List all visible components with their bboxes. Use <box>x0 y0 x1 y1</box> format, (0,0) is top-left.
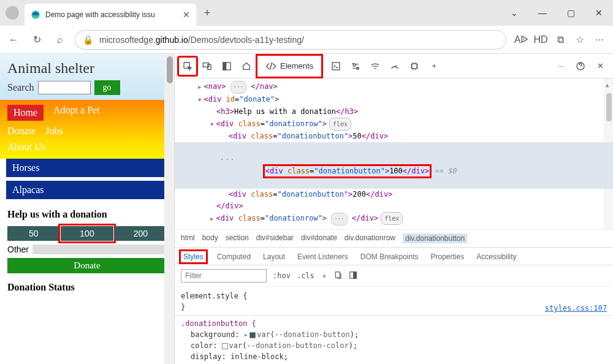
hov-toggle[interactable]: :hov <box>273 271 291 280</box>
nav-about[interactable]: About Us <box>7 142 45 153</box>
animal-item-alpacas[interactable]: Alpacas <box>6 181 168 199</box>
code-icon <box>265 61 276 72</box>
sources-tab-icon[interactable] <box>346 57 365 75</box>
donation-heading: Help us with a donation <box>7 209 167 220</box>
window-minimize-button[interactable]: — <box>528 0 557 26</box>
nav-donate[interactable]: Donate <box>7 126 36 137</box>
inspect-element-button[interactable] <box>178 57 197 75</box>
back-button[interactable]: ← <box>5 31 22 48</box>
donation-other-input[interactable] <box>32 245 167 254</box>
performance-tab-icon[interactable] <box>386 57 404 75</box>
collections-icon[interactable]: ⧉ <box>552 31 569 48</box>
tab-properties[interactable]: Properties <box>431 252 465 261</box>
donation-status-heading: Donation Status <box>7 282 167 293</box>
new-style-rule-icon[interactable]: ＋ <box>321 271 328 281</box>
tab-event-listeners[interactable]: Event Listeners <box>297 252 348 261</box>
page-title: Animal shelter <box>7 60 167 77</box>
tab-title: Demo page with accessibility issu <box>45 10 178 19</box>
favorite-star-icon[interactable]: ☆ <box>571 31 588 48</box>
nav-adopt[interactable]: Adopt a Pet <box>53 105 100 121</box>
rule-selector: .donationbutton { <box>181 318 607 329</box>
network-tab-icon[interactable] <box>366 57 384 75</box>
computed-sidebar-icon[interactable] <box>349 271 357 281</box>
styles-tabs: Styles Computed Layout Event Listeners D… <box>175 248 613 265</box>
tab-styles[interactable]: Styles <box>183 252 204 261</box>
window-close-button[interactable]: ✕ <box>585 0 613 26</box>
nav-jobs[interactable]: Jobs <box>45 126 63 137</box>
svg-rect-6 <box>332 63 340 70</box>
window-maximize-button[interactable]: ▢ <box>557 0 585 26</box>
donation-other-label: Other <box>7 245 29 254</box>
search-button[interactable]: ⌕ <box>51 31 69 48</box>
search-label: Search <box>7 82 34 93</box>
donation-100-button[interactable]: 100 <box>61 226 113 241</box>
svg-rect-9 <box>412 64 417 69</box>
devtools-close-button[interactable]: ✕ <box>591 57 609 75</box>
dom-tree[interactable]: ▲ <nav> ··· </nav> <div id="donate"> <h3… <box>175 78 613 229</box>
more-menu-icon[interactable]: ··· <box>591 31 608 48</box>
source-link[interactable]: styles.css:107 <box>545 303 607 314</box>
tab-accessibility[interactable]: Accessibility <box>476 252 516 261</box>
donation-50-button[interactable]: 50 <box>7 226 59 241</box>
lock-icon: 🔒 <box>83 35 93 45</box>
device-toggle-button[interactable] <box>198 57 216 75</box>
dom-breadcrumb[interactable]: html body section div#sidebar div#donate… <box>175 229 613 248</box>
address-bar: ← ↻ ⌕ 🔒 microsoftedge.github.io/Demos/de… <box>0 26 613 54</box>
profile-button[interactable] <box>0 0 25 26</box>
svg-rect-13 <box>353 271 356 278</box>
element-style-rule: element.style { <box>181 290 607 301</box>
animal-item-horses[interactable]: Horses <box>6 159 168 177</box>
devtools-toolbar: Elements + ··· ✕ <box>175 54 613 78</box>
hd-icon[interactable]: HD <box>532 31 549 48</box>
more-tabs-button[interactable]: + <box>425 57 443 75</box>
styles-filter-input[interactable] <box>181 269 267 282</box>
devtools-help-icon[interactable] <box>571 57 590 75</box>
new-tab-button[interactable]: + <box>196 0 218 26</box>
elements-tab-label: Elements <box>280 61 313 70</box>
page-scrollbar[interactable] <box>164 54 174 364</box>
url-text: microsoftedge.github.io/Demos/devtools-a… <box>99 35 304 45</box>
read-aloud-icon[interactable]: Aᐉ <box>512 31 530 48</box>
tab-dom-breakpoints[interactable]: DOM Breakpoints <box>360 252 419 261</box>
memory-tab-icon[interactable] <box>405 57 424 75</box>
rendered-page: Animal shelter Search go Home Adopt a Pe… <box>0 54 175 364</box>
url-field[interactable]: 🔒 microsoftedge.github.io/Demos/devtools… <box>75 30 506 50</box>
styles-more-icon[interactable] <box>334 271 343 281</box>
svg-rect-5 <box>223 63 226 70</box>
welcome-icon[interactable] <box>237 57 256 75</box>
console-tab-icon[interactable] <box>327 57 345 75</box>
browser-tab[interactable]: Demo page with accessibility issu ✕ <box>25 4 196 26</box>
cls-toggle[interactable]: .cls <box>297 271 314 280</box>
devtools-more-icon[interactable]: ··· <box>552 57 570 75</box>
styles-filter-row: :hov .cls ＋ <box>175 265 613 287</box>
svg-rect-11 <box>335 271 340 277</box>
edge-favicon-icon <box>31 10 40 20</box>
window-chevron-icon[interactable]: ⌄ <box>500 0 528 26</box>
main-nav: Home Adopt a Pet Donate Jobs About Us <box>0 100 174 159</box>
tab-computed[interactable]: Computed <box>217 252 251 261</box>
go-button[interactable]: go <box>94 80 120 95</box>
devtools-panel: Elements + ··· ✕ ▲ <nav> ··· </nav> <div… <box>175 54 613 364</box>
donation-200-button[interactable]: 200 <box>115 226 167 241</box>
elements-tab[interactable]: Elements <box>259 56 319 76</box>
donate-button[interactable]: Donate <box>7 258 167 273</box>
nav-home[interactable]: Home <box>7 105 44 121</box>
styles-rules[interactable]: element.style { } styles.css:107 .donati… <box>175 287 613 364</box>
dock-side-icon[interactable] <box>218 57 236 75</box>
reload-button[interactable]: ↻ <box>28 31 45 48</box>
search-input[interactable] <box>38 81 91 94</box>
tab-layout[interactable]: Layout <box>263 252 285 261</box>
window-titlebar: Demo page with accessibility issu ✕ + ⌄ … <box>0 0 613 26</box>
tab-close-icon[interactable]: ✕ <box>183 10 190 20</box>
